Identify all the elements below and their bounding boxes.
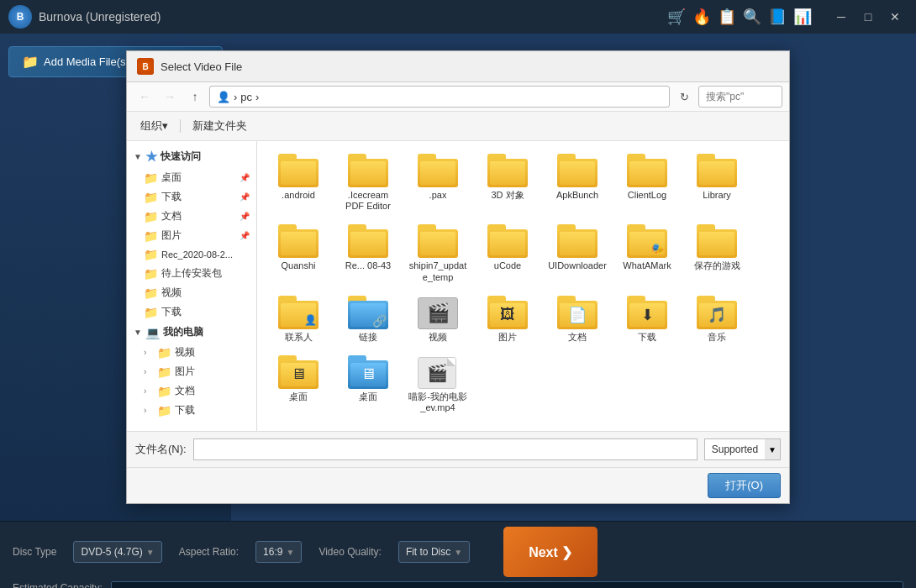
list-item[interactable]: Library [684,150,750,216]
list-item[interactable]: 🎬 喵影-我的电影_ev.mp4 [405,351,471,417]
chevron-down-icon: ▼ [134,328,142,337]
list-item[interactable]: .pax [405,150,471,216]
file-name: WhatAMark [623,260,671,271]
folder-docs-icon: 📄 [557,296,598,329]
folder-icon [627,154,667,187]
folder-icon: 📁 [144,267,158,281]
forward-button[interactable]: → [159,86,181,108]
sidebar-item-dl2[interactable]: 📁 下载 [127,302,256,322]
list-item[interactable]: 🎬 视频 [405,291,471,347]
folder-icon: 📁 [157,346,171,360]
sidebar-item-dl3[interactable]: › 📁 下载 [127,401,256,420]
aspect-ratio-select[interactable]: 16:9 ▼ [255,541,302,563]
sidebar-item-docs2[interactable]: › 📁 文档 [127,381,256,401]
next-button[interactable]: Next ❯ [503,527,598,577]
facebook-icon[interactable]: 📘 [768,8,787,26]
sidebar-item-upload[interactable]: 📁 待上传安装包 [127,264,256,283]
list-item[interactable]: 保存的游戏 [684,220,750,286]
close-button[interactable]: ✕ [882,4,908,29]
app-logo: B [8,5,32,29]
tree-panel: ▼ ★ 快速访问 📁 桌面 📌 📁 下载 📌 [127,141,257,431]
chevron-down-icon: ▼ [134,152,142,161]
folder-icon [278,154,318,187]
search-icon[interactable]: 🔍 [743,8,761,26]
organize-bar: 组织▾ 新建文件夹 [127,112,789,141]
sidebar-item-downloads[interactable]: 📁 下载 📌 [127,187,256,207]
up-button[interactable]: ↑ [184,86,206,108]
list-item[interactable]: 🖼 图片 [475,291,540,347]
list-item[interactable]: ClientLog [614,150,680,216]
list-item[interactable]: 🖥 桌面 [335,351,401,417]
chart-icon[interactable]: 📊 [793,8,812,26]
folder-whatmark-icon: 🎭 [627,224,667,258]
item-label: 图片 [161,228,182,243]
folder-dl-icon: ⬇ [627,296,667,329]
computer-icon: 💻 [145,326,160,339]
list-item[interactable]: .Icecream PDF Editor [335,150,401,216]
refresh-button[interactable]: ↻ [673,86,695,108]
disc-type-select[interactable]: DVD-5 (4.7G) ▼ [73,541,161,563]
file-name: .android [282,190,315,201]
list-item[interactable]: 3D 对象 [475,150,540,216]
quick-access-header[interactable]: ▼ ★ 快速访问 [127,145,256,168]
capacity-row: Estimated Capacity: 0.5GB 1GB 1.5GB 2GB … [13,581,903,588]
filename-label: 文件名(N): [135,442,187,457]
dialog-overlay: B Select Video File ← → ↑ 👤 › pc › ↻ [0,34,916,521]
star-icon: ★ [145,149,157,165]
folder-icon: 📁 [144,286,158,300]
list-item[interactable]: ⬇ 下载 [614,291,680,347]
sidebar-item-video2[interactable]: › 📁 视频 [127,343,256,362]
folder-icon [557,224,598,258]
new-folder-button[interactable]: 新建文件夹 [186,116,254,136]
list-item[interactable]: 📄 文档 [545,291,610,347]
sidebar-item-desktop[interactable]: 📁 桌面 📌 [127,168,256,187]
file-name: ClientLog [628,190,666,201]
folder-icon: 📁 [144,191,158,204]
folder-icon: 📁 [157,365,171,379]
dialog-nav-toolbar: ← → ↑ 👤 › pc › ↻ [127,82,789,112]
search-input[interactable] [698,86,782,108]
maximize-button[interactable]: □ [855,4,881,29]
video-quality-select[interactable]: Fit to Disc ▼ [398,541,470,563]
item-label: 图片 [175,365,195,379]
organize-button[interactable]: 组织▾ [134,116,175,136]
list-item[interactable]: 🎭 WhatAMark [614,220,680,286]
clipboard-icon[interactable]: 📋 [718,8,736,26]
list-item[interactable]: 🖥 桌面 [266,351,331,417]
list-item[interactable]: 🎵 音乐 [684,291,750,347]
video-quality-label: Video Quality: [318,546,382,558]
sidebar-item-documents[interactable]: 📁 文档 📌 [127,207,256,226]
list-item[interactable]: Re... 08-43 [335,220,401,286]
sidebar-item-pictures2[interactable]: › 📁 图片 [127,362,256,381]
my-computer-header[interactable]: ▼ 💻 我的电脑 [127,322,256,343]
address-bar[interactable]: 👤 › pc › [209,86,670,108]
file-grid[interactable]: .android .Icecream PDF Editor [257,141,789,431]
quick-access-label: 快速访问 [161,150,201,164]
item-label: 下载 [175,403,195,417]
sidebar-item-rec[interactable]: 📁 Rec_2020-08-2... [127,245,256,264]
list-item[interactable]: shipin7_update_temp [405,220,471,286]
folder-icon: 📁 [157,404,171,417]
user-icon: 👤 [217,91,230,103]
folder-icon [557,154,598,187]
open-button[interactable]: 打开(O) [708,473,781,498]
minimize-button[interactable]: ─ [829,4,854,29]
filetype-dropdown-button[interactable]: ▼ [765,438,781,460]
list-item[interactable]: 🔗 链接 [335,291,401,347]
list-item[interactable]: uCode [475,220,540,286]
flame-icon[interactable]: 🔥 [692,8,711,26]
list-item[interactable]: UIDownloader [545,220,610,286]
list-item[interactable]: Quanshi [266,220,331,286]
back-button[interactable]: ← [134,86,155,108]
list-item[interactable]: 👤 联系人 [266,291,331,347]
cart-icon[interactable]: 🛒 [667,8,686,26]
sidebar-item-video[interactable]: 📁 视频 [127,283,256,302]
filename-input[interactable] [193,438,698,460]
list-item[interactable]: .android [266,150,331,216]
list-item[interactable]: ApkBunch [545,150,610,216]
file-name: 桌面 [289,391,308,402]
folder-music-icon: 🎵 [697,296,737,329]
folder-icon: 📁 [144,248,158,261]
file-name: UIDownloader [548,260,607,271]
sidebar-item-pictures[interactable]: 📁 图片 📌 [127,226,256,245]
